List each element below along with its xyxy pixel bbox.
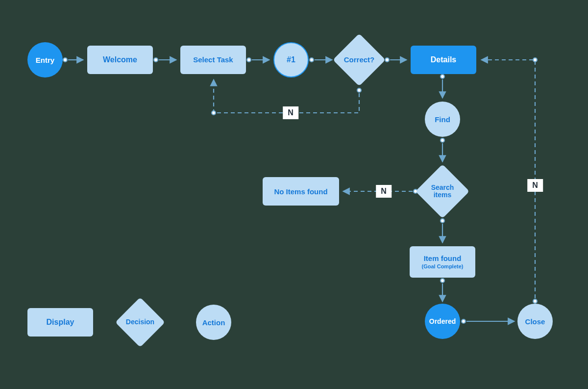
svg-point-11 — [212, 111, 216, 115]
node-details-label: Details — [431, 55, 456, 64]
node-select-task-label: Select Task — [193, 55, 233, 64]
edge-label-correct-no: N — [283, 106, 298, 119]
node-close-label: Close — [525, 317, 545, 326]
legend-decision-label: Decision — [126, 318, 154, 326]
legend-decision: Decision — [122, 305, 158, 340]
legend-action: Action — [196, 305, 231, 340]
node-no-items: No Items found — [263, 177, 339, 206]
svg-point-6 — [310, 58, 314, 62]
legend-display-label: Display — [47, 318, 74, 327]
node-search-items: Search items — [423, 172, 462, 210]
svg-point-8 — [385, 58, 389, 62]
svg-point-18 — [441, 219, 444, 223]
node-num1-label: #1 — [287, 55, 295, 64]
node-search-items-label: Search items — [423, 184, 462, 199]
node-item-found-label: Item found (Goal Complete) — [422, 255, 464, 270]
edge-label-close-no: N — [527, 179, 543, 192]
node-select-task: Select Task — [180, 46, 246, 74]
svg-point-20 — [441, 279, 444, 283]
node-item-found-sub: (Goal Complete) — [422, 263, 464, 269]
svg-point-24 — [533, 299, 537, 303]
node-entry-label: Entry — [36, 56, 54, 64]
flowchart-canvas: Entry Welcome Select Task #1 Correct? De… — [0, 0, 588, 389]
node-ordered: Ordered — [425, 304, 460, 339]
legend-display: Display — [27, 308, 93, 337]
node-ordered-label: Ordered — [429, 317, 456, 325]
node-item-found: Item found (Goal Complete) — [410, 246, 475, 278]
svg-point-12 — [441, 75, 444, 78]
edge-label-search-no: N — [376, 185, 392, 198]
node-welcome-label: Welcome — [103, 55, 137, 64]
node-details: Details — [411, 46, 476, 74]
node-correct-label: Correct? — [344, 56, 375, 64]
svg-point-0 — [63, 58, 67, 62]
node-close: Close — [517, 304, 553, 339]
node-entry: Entry — [27, 42, 63, 78]
node-correct: Correct? — [341, 41, 378, 78]
svg-point-4 — [247, 58, 251, 62]
node-no-items-label: No Items found — [274, 187, 327, 196]
svg-point-14 — [441, 138, 444, 142]
node-find: Find — [425, 102, 460, 137]
node-welcome: Welcome — [87, 46, 153, 74]
svg-point-22 — [462, 319, 466, 323]
svg-point-10 — [357, 88, 361, 92]
node-num1: #1 — [273, 42, 309, 78]
node-find-label: Find — [435, 115, 450, 124]
svg-point-25 — [533, 58, 537, 62]
legend-action-label: Action — [202, 318, 225, 327]
svg-point-2 — [154, 58, 158, 62]
